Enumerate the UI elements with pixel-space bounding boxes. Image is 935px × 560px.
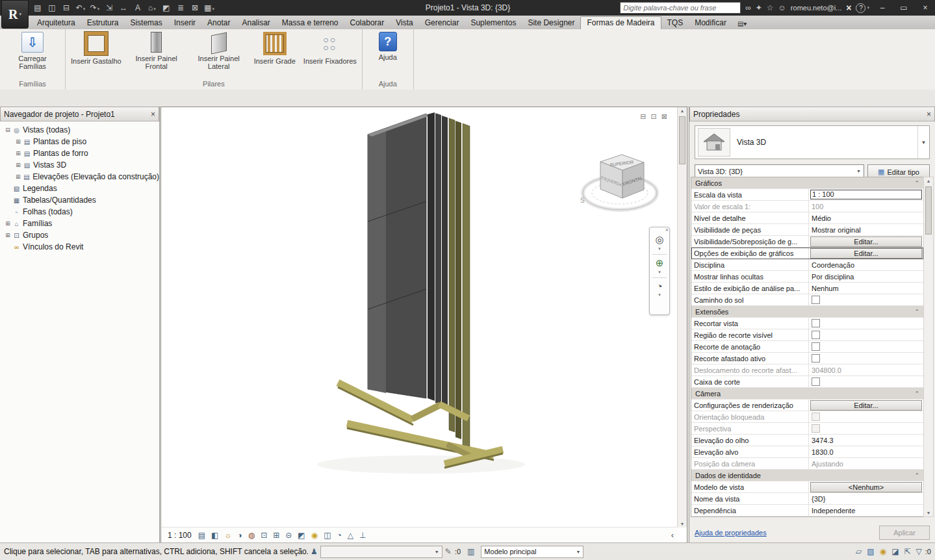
button-modelo-de-vista[interactable]: <Nenhum>	[810, 482, 922, 492]
checkbox-caminho-do-sol[interactable]	[812, 296, 820, 304]
tab-estrutura[interactable]: Estrutura	[81, 16, 125, 29]
value-visibilidade-de-pecas[interactable]: Mostrar original	[810, 226, 922, 234]
user-interface-icon[interactable]: ▦	[203, 3, 216, 12]
worksets-icon[interactable]: ♟	[311, 547, 318, 556]
redo-icon[interactable]: ↷	[88, 3, 101, 12]
property-group-graficos[interactable]: Gráficos⌃	[691, 177, 923, 189]
temporary-hide-icon[interactable]: ◩	[298, 531, 305, 540]
ribbon-button-ajuda[interactable]: Ajuda	[365, 31, 411, 61]
close-button[interactable]: ×	[917, 3, 934, 12]
orbit-icon[interactable]: ◔	[656, 281, 662, 292]
tab-colaborar[interactable]: Colaborar	[344, 16, 391, 29]
chevron-down-icon[interactable]: ▾	[658, 270, 661, 275]
editing-requests-icon[interactable]: ✎	[445, 547, 452, 556]
subscription-icon[interactable]: ✦	[756, 3, 762, 12]
plus-expander-icon[interactable]: ⊞	[14, 173, 22, 180]
button-opcoes-de-exibicao-de-graficos[interactable]: Editar...	[810, 248, 922, 259]
close-icon[interactable]: ×	[151, 110, 155, 119]
collapse-icon[interactable]: ⌃	[914, 390, 919, 397]
scroll-down-icon[interactable]: ▼	[924, 511, 933, 515]
formwork-front-panel[interactable]	[368, 114, 430, 398]
value-estilo-de-exibicao-de-analise-pa[interactable]: Nenhum	[810, 285, 922, 292]
ribbon-button-inserir-grade[interactable]: Inserir Grade	[251, 31, 299, 65]
value-nivel-de-detalhe[interactable]: Médio	[810, 214, 922, 222]
search-go-icon[interactable]: ∞	[745, 3, 751, 12]
select-underlays-icon[interactable]: ▨	[867, 547, 874, 556]
tab-formas-de-madeira[interactable]: Formas de Madeira	[580, 16, 661, 29]
instance-selector[interactable]: Vista 3D: {3D} ▼	[695, 164, 864, 178]
value-valor-de-escala-1[interactable]: 100	[810, 203, 922, 210]
checkbox-recorte-de-anotacao[interactable]	[812, 342, 820, 351]
show-crop-icon[interactable]: ⊞	[273, 531, 279, 540]
apply-button[interactable]: Aplicar	[879, 526, 930, 540]
zoom-icon[interactable]: ⊕	[656, 257, 664, 269]
tab-site-designer[interactable]: Site Designer	[522, 16, 580, 29]
minimize-view-icon[interactable]: ⊟	[640, 112, 646, 121]
measure-icon[interactable]: ⇲	[103, 3, 116, 12]
tree-item-vistas-todas[interactable]: ⊟◎Vistas (todas)	[0, 124, 159, 136]
tree-item-familias[interactable]: ⊞⌂Famílias	[0, 218, 159, 229]
plus-expander-icon[interactable]: ⊞	[14, 162, 22, 168]
plus-expander-icon[interactable]: ⊞	[14, 150, 22, 157]
property-group-camera[interactable]: Câmera⌃	[691, 388, 923, 400]
compass-south-label[interactable]: S	[580, 197, 585, 204]
sun-path-icon[interactable]: ☼	[224, 531, 231, 540]
drag-on-selection-icon[interactable]: ⇱	[904, 547, 911, 556]
tree-item-vinculos-do-revit[interactable]: ∞Vínculos do Revit	[0, 241, 159, 253]
value-posicao-da-camera[interactable]: Ajustando	[810, 460, 922, 468]
steering-wheel-icon[interactable]: ◎	[655, 234, 663, 246]
crop-view-icon[interactable]: ⊡	[261, 531, 267, 540]
tab-suplementos[interactable]: Suplementos	[465, 16, 522, 29]
tree-item-grupos[interactable]: ⊞⊡Grupos	[0, 229, 159, 241]
tab-analisar[interactable]: Analisar	[236, 16, 275, 29]
drawing-area[interactable]: S SUPERIOR ESQUERDA FRONTAL ⊟⊡⊠ × ◎ ▾ ⊕ …	[160, 107, 687, 543]
plus-expander-icon[interactable]: ⊞	[4, 232, 12, 238]
ribbon-button-inserir-gastalho[interactable]: Inserir Gastalho	[68, 31, 125, 65]
close-navbar-icon[interactable]: ×	[665, 227, 669, 233]
checkbox-caixa-de-corte[interactable]	[812, 377, 820, 386]
constraints-icon[interactable]: ⊥	[359, 531, 366, 540]
type-selector[interactable]: Vista 3D ▼	[695, 125, 930, 159]
text-icon[interactable]: A	[131, 3, 144, 12]
tab-massa-e-terreno[interactable]: Massa e terreno	[276, 16, 344, 29]
workset-selector[interactable]: ▼	[320, 546, 442, 558]
scroll-up-icon[interactable]: ▲	[924, 179, 933, 183]
thin-lines-icon[interactable]: ≣	[174, 3, 187, 12]
view-cube[interactable]: S SUPERIOR ESQUERDA FRONTAL	[580, 155, 657, 210]
select-elements-by-face-icon[interactable]: ◪	[891, 547, 899, 556]
minus-expander-icon[interactable]: ⊟	[4, 127, 12, 133]
lock-3d-icon[interactable]: ⊝	[285, 531, 292, 540]
value-disciplina[interactable]: Coordenação	[810, 261, 922, 269]
shadows-icon[interactable]: ◑	[237, 531, 242, 540]
tree-item-vistas-3d[interactable]: ⊞▤Vistas 3D	[0, 159, 159, 171]
checkbox-recortar-vista[interactable]	[812, 319, 820, 327]
select-links-icon[interactable]: ▱	[856, 547, 862, 556]
properties-scrollbar[interactable]: ▲ ▼	[923, 177, 934, 517]
scale-button[interactable]: 1 : 100	[168, 531, 192, 540]
tab-vista[interactable]: Vista	[390, 16, 418, 29]
close-view-icon[interactable]: ⊠	[661, 112, 667, 121]
properties-help-link[interactable]: Ajuda de propriedades	[695, 529, 767, 537]
chevron-down-icon[interactable]: ▾	[658, 246, 661, 251]
viewport-vertical-scrollbar[interactable]: ▲ ▼	[677, 107, 687, 528]
default-3d-view-icon[interactable]: ⌂	[146, 3, 159, 12]
value-elevacao-do-olho[interactable]: 3474.3	[810, 437, 922, 444]
tree-item-elevacoes-elevacao-da-construcao[interactable]: ⊞▤Elevações (Elevação da construção)	[0, 171, 159, 183]
plus-expander-icon[interactable]: ⊞	[4, 220, 12, 227]
tab-arquitetura[interactable]: Arquitetura	[31, 16, 81, 29]
save-icon[interactable]: ◫	[45, 3, 58, 12]
help-menu[interactable]: ? ▾	[856, 3, 869, 13]
application-menu-button[interactable]: R ▾	[1, 0, 29, 29]
detail-level-icon[interactable]: ▤	[198, 531, 205, 540]
button-configuracoes-de-renderizacao[interactable]: Editar...	[810, 400, 922, 411]
tab-sistemas[interactable]: Sistemas	[124, 16, 168, 29]
dimension-icon[interactable]: ↔	[117, 3, 130, 12]
value-mostrar-linhas-ocultas[interactable]: Por disciplina	[810, 273, 922, 281]
value-elevacao-alvo[interactable]: 1830.0	[810, 448, 922, 456]
formwork-side-strips[interactable]	[428, 112, 470, 448]
value-dependencia[interactable]: Independente	[810, 507, 922, 515]
select-pinned-icon[interactable]: ◉	[880, 547, 886, 556]
restore-view-icon[interactable]: ⊡	[651, 112, 657, 121]
tree-item-plantas-de-forro[interactable]: ⊞▤Plantas de forro	[0, 147, 159, 159]
ribbon-button-inserir-painel-lateral[interactable]: Inserir Painel Lateral	[188, 31, 250, 70]
